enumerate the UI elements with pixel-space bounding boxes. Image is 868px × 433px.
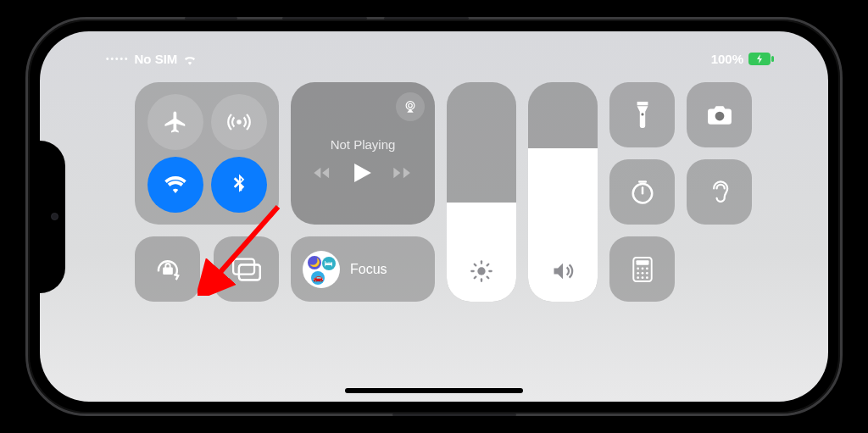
svg-rect-29: [645, 276, 648, 279]
svg-line-10: [475, 264, 476, 266]
carrier-label: No SIM: [135, 52, 178, 66]
camera-button[interactable]: [687, 82, 752, 147]
timer-icon: [630, 180, 655, 205]
battery-percent: 100%: [711, 52, 743, 66]
svg-rect-31: [238, 264, 259, 280]
home-indicator[interactable]: [345, 388, 523, 393]
wifi-icon: [182, 53, 198, 65]
front-camera: [51, 213, 58, 220]
antenna-icon: [226, 109, 252, 135]
play-icon[interactable]: [354, 164, 371, 182]
flashlight-icon: [632, 102, 653, 129]
svg-line-12: [475, 277, 476, 279]
svg-point-25: [641, 271, 643, 274]
svg-point-5: [477, 267, 485, 275]
screen-mirroring-icon: [232, 258, 261, 281]
svg-rect-1: [771, 56, 774, 62]
screen-mirroring-button[interactable]: [214, 236, 279, 302]
wifi-toggle[interactable]: [147, 157, 203, 213]
svg-point-2: [236, 119, 242, 125]
status-bar: ••••• No SIM 100%: [40, 52, 828, 66]
bed-icon: 🛏: [322, 257, 336, 270]
focus-icons-cluster: 🌙 🛏 🚗: [303, 251, 340, 288]
now-playing-title: Not Playing: [331, 137, 396, 152]
signal-dots-icon: •••••: [106, 54, 130, 64]
svg-point-23: [645, 267, 648, 269]
battery-icon: [748, 53, 774, 65]
svg-point-26: [645, 271, 648, 274]
volume-icon: [551, 259, 575, 283]
svg-point-4: [409, 103, 413, 108]
wifi-icon: [163, 172, 188, 197]
phone-frame: ••••• No SIM 100%: [25, 17, 843, 416]
notch: [40, 141, 65, 293]
airplay-icon: [403, 99, 418, 114]
svg-line-13: [487, 264, 489, 266]
airplay-button[interactable]: [396, 92, 425, 121]
timer-button[interactable]: [609, 159, 675, 225]
hearing-button[interactable]: [687, 159, 752, 225]
flashlight-button[interactable]: [609, 82, 675, 147]
svg-point-24: [637, 271, 639, 274]
control-center: Not Playing: [135, 82, 787, 302]
forward-icon[interactable]: [393, 166, 412, 180]
airplane-mode-toggle[interactable]: [147, 94, 203, 150]
moon-icon: 🌙: [308, 256, 321, 269]
svg-point-27: [637, 276, 639, 279]
media-controls[interactable]: Not Playing: [291, 82, 435, 225]
rewind-icon[interactable]: [314, 166, 332, 180]
orientation-lock-button[interactable]: [135, 236, 200, 302]
brightness-slider[interactable]: [447, 82, 516, 302]
svg-point-14: [641, 113, 643, 115]
volume-slider[interactable]: [528, 82, 598, 302]
power-button: [392, 414, 516, 416]
calculator-icon: [632, 257, 653, 282]
brightness-icon: [470, 259, 493, 283]
svg-point-15: [715, 111, 724, 120]
volume-up-button: [282, 17, 367, 19]
car-icon: 🚗: [311, 271, 325, 285]
svg-point-22: [641, 267, 643, 269]
bluetooth-icon: [226, 172, 252, 197]
ear-icon: [708, 179, 732, 206]
calculator-button[interactable]: [609, 236, 675, 302]
ringer-switch: [185, 17, 237, 19]
cellular-data-toggle[interactable]: [211, 94, 267, 150]
airplane-icon: [163, 109, 188, 135]
svg-point-3: [406, 102, 415, 110]
svg-line-11: [487, 277, 489, 279]
rotation-lock-icon: [153, 255, 182, 284]
svg-point-28: [641, 276, 643, 279]
focus-button[interactable]: 🌙 🛏 🚗 Focus: [291, 236, 435, 302]
connectivity-group[interactable]: [135, 82, 279, 225]
screen: ••••• No SIM 100%: [40, 31, 828, 402]
camera-icon: [707, 104, 732, 126]
focus-label: Focus: [350, 262, 387, 277]
svg-rect-20: [636, 260, 648, 264]
svg-point-21: [637, 267, 639, 269]
volume-down-button: [384, 17, 469, 19]
bluetooth-toggle[interactable]: [211, 157, 267, 213]
